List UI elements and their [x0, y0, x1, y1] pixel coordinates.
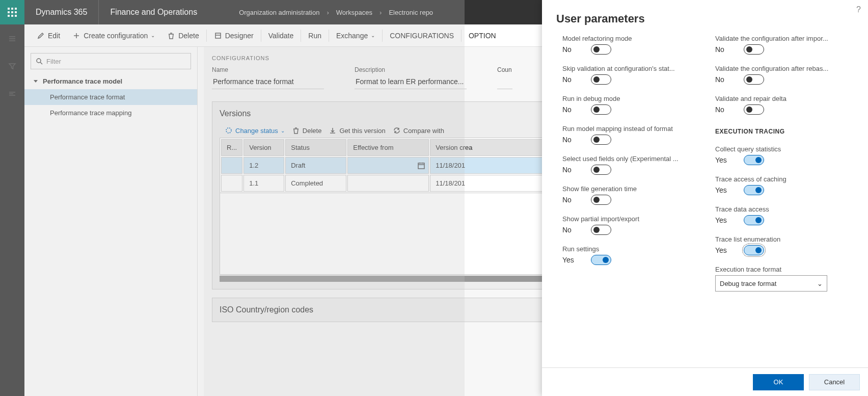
- toggle-knob: [603, 257, 609, 263]
- resize-handle-icon[interactable]: ⋮: [204, 222, 205, 229]
- user-parameters-panel: ? User parameters Model refactoring mode…: [542, 0, 868, 396]
- toggle-knob: [593, 107, 600, 113]
- col-r[interactable]: R...: [221, 139, 242, 156]
- toggle-switch[interactable]: [744, 215, 764, 225]
- field-label: Collect query statistics: [715, 145, 848, 153]
- sidebar-rail-button[interactable]: [0, 85, 24, 103]
- breadcrumb-item[interactable]: Organization administration: [239, 9, 319, 16]
- left-field: Run in debug modeNo: [562, 95, 705, 115]
- left-field: Run settingsYes: [562, 245, 705, 265]
- toggle-switch[interactable]: [591, 165, 611, 175]
- validate-button[interactable]: Validate: [262, 24, 300, 47]
- toggle-knob: [593, 227, 600, 233]
- tracing-field: Trace list enumerationYes: [715, 235, 858, 255]
- tree-root-item[interactable]: Performance trace model: [24, 73, 197, 89]
- tree-item-trace-format[interactable]: Performance trace format: [24, 89, 197, 105]
- ok-button[interactable]: OK: [753, 374, 804, 390]
- execution-trace-format-select[interactable]: Debug trace format⌄: [715, 275, 827, 292]
- search-icon: [35, 57, 43, 65]
- toggle-switch[interactable]: [744, 44, 764, 55]
- chevron-down-icon: ⌄: [281, 128, 285, 134]
- select-value: Debug trace format: [720, 280, 776, 287]
- hamburger-menu-button[interactable]: [0, 30, 24, 48]
- tree-item-trace-mapping[interactable]: Performance trace mapping: [24, 105, 197, 121]
- toggle-switch[interactable]: [591, 195, 611, 205]
- col-effective[interactable]: Effective from: [347, 139, 429, 156]
- brand-label: Dynamics 365: [24, 8, 98, 17]
- svg-point-1: [226, 128, 231, 133]
- right-field: Validate the configuration after rebas..…: [715, 65, 858, 85]
- field-value: No: [715, 105, 729, 114]
- toggle-knob: [755, 247, 762, 253]
- get-version-button[interactable]: Get this version: [329, 126, 385, 135]
- options-label: OPTION: [469, 32, 496, 40]
- toggle-switch[interactable]: [744, 155, 764, 165]
- panel-footer: OK Cancel: [542, 367, 868, 396]
- edit-button[interactable]: Edit: [31, 24, 66, 47]
- field-label: Trace list enumeration: [715, 235, 848, 243]
- toggle-switch[interactable]: [744, 245, 764, 255]
- field-label: Run model mapping instead of format: [562, 125, 695, 133]
- options-tab[interactable]: OPTION: [463, 24, 502, 47]
- left-field: Model refactoring modeNo: [562, 35, 705, 55]
- designer-label: Designer: [225, 32, 254, 40]
- designer-button[interactable]: Designer: [208, 24, 260, 47]
- field-value: No: [562, 105, 577, 114]
- tracing-field: Trace access of cachingYes: [715, 175, 858, 195]
- designer-icon: [214, 32, 222, 40]
- toggle-knob: [755, 187, 762, 193]
- navigation-tree-pane: Filter Performance trace model Performan…: [24, 47, 198, 396]
- breadcrumb-item[interactable]: Workspaces: [336, 9, 372, 16]
- filter-rail-button[interactable]: [0, 57, 24, 75]
- toggle-switch[interactable]: [591, 135, 611, 145]
- help-button[interactable]: ?: [856, 5, 861, 14]
- chevron-right-icon: ›: [379, 9, 382, 16]
- field-label: Run in debug mode: [562, 95, 695, 102]
- tree-item-label: Performance trace mapping: [50, 109, 131, 117]
- panel-body: Model refactoring modeNoSkip validation …: [542, 35, 868, 367]
- toggle-switch[interactable]: [591, 74, 611, 85]
- refresh-icon: [393, 126, 401, 135]
- toggle-knob: [593, 137, 600, 143]
- chevron-down-icon: [34, 80, 38, 83]
- toggle-switch[interactable]: [591, 44, 611, 55]
- col-status[interactable]: Status: [285, 139, 346, 156]
- execution-tracing-group-header: EXECUTION TRACING: [715, 128, 858, 135]
- tracing-field: Trace data accessYes: [715, 205, 858, 225]
- breadcrumb-item[interactable]: Electronic repo: [389, 9, 433, 16]
- toggle-switch[interactable]: [744, 104, 764, 115]
- field-label: Show partial import/export: [562, 215, 695, 223]
- toggle-switch[interactable]: [591, 255, 611, 265]
- col-version[interactable]: Version: [243, 139, 284, 156]
- chevron-right-icon: ›: [327, 9, 329, 16]
- configurations-tab[interactable]: CONFIGURATIONS: [384, 24, 460, 47]
- version-delete-button[interactable]: Delete: [292, 126, 322, 135]
- toggle-switch[interactable]: [744, 185, 764, 195]
- field-value: Yes: [715, 216, 729, 224]
- toggle-switch[interactable]: [744, 74, 764, 85]
- delete-button[interactable]: Delete: [161, 24, 205, 47]
- run-button[interactable]: Run: [302, 24, 328, 47]
- edit-label: Edit: [48, 32, 60, 40]
- tree-root-label: Performance trace model: [43, 77, 122, 85]
- toggle-knob: [593, 197, 600, 203]
- toggle-switch[interactable]: [591, 225, 611, 235]
- field-label: Validate the configuration after impor..…: [715, 35, 848, 42]
- cancel-button[interactable]: Cancel: [809, 374, 860, 390]
- compare-button[interactable]: Compare with: [393, 126, 444, 135]
- calendar-icon[interactable]: [417, 162, 425, 170]
- filter-input[interactable]: Filter: [31, 53, 191, 69]
- field-label: Show file generation time: [562, 185, 695, 193]
- field-label: Trace access of caching: [715, 175, 848, 183]
- change-status-button[interactable]: Change status ⌄: [225, 126, 285, 135]
- toggle-knob: [755, 157, 762, 163]
- toggle-switch[interactable]: [591, 104, 611, 115]
- create-configuration-button[interactable]: Create configuration ⌄: [66, 24, 161, 47]
- name-label: Name: [212, 66, 324, 73]
- app-launcher-button[interactable]: [0, 0, 24, 24]
- field-value: No: [562, 196, 577, 204]
- filter-placeholder: Filter: [46, 58, 61, 65]
- left-field: Show partial import/exportNo: [562, 215, 705, 235]
- exchange-button[interactable]: Exchange ⌄: [330, 24, 381, 47]
- panel-icon: [8, 90, 16, 98]
